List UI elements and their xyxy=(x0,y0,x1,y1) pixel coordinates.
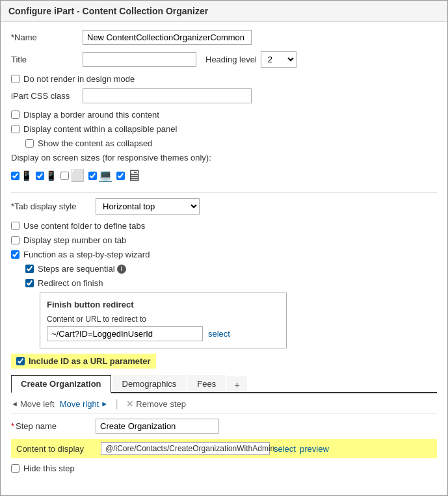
hide-step-checkbox[interactable] xyxy=(11,464,20,473)
window-title: Configure iPart - Content Collection Org… xyxy=(1,1,447,22)
content-url-label: Content or URL to redirect to xyxy=(47,315,280,324)
steps-sequential-checkbox[interactable] xyxy=(25,265,34,273)
display-border-checkbox[interactable] xyxy=(11,111,20,119)
title-label: Title xyxy=(11,55,83,64)
redirect-on-finish-checkbox[interactable] xyxy=(25,279,34,287)
wizard-section: Steps are sequential i Redirect on finis… xyxy=(25,264,437,348)
display-collapsible-checkbox[interactable] xyxy=(11,125,20,133)
use-content-folder-checkbox[interactable] xyxy=(11,222,20,230)
content-select-link[interactable]: select xyxy=(274,444,296,454)
content-preview-link[interactable]: preview xyxy=(300,444,329,454)
tab-create-organization[interactable]: Create Organization xyxy=(11,375,111,393)
steps-sequential-row: Steps are sequential i xyxy=(25,264,437,274)
tab-style-select[interactable]: Horizontal top Horizontal bottom Vertica… xyxy=(96,198,200,215)
content-display-label: Content to display xyxy=(16,444,101,454)
ipart-css-row: iPart CSS class xyxy=(11,88,437,103)
remove-step-x-icon: ✕ xyxy=(126,398,134,409)
content-display-row: Content to display @/iCore/Contacts/Crea… xyxy=(11,439,437,458)
use-content-folder-row: Use content folder to define tabs xyxy=(11,221,437,231)
steps-sequential-info-icon: i xyxy=(117,265,126,274)
display-collapsible-label: Display content within a collapsible pan… xyxy=(23,124,177,134)
show-collapsed-label: Show the content as collapsed xyxy=(38,138,152,148)
tab-add[interactable]: + xyxy=(227,376,247,392)
move-left-label: Move left xyxy=(20,399,55,409)
hide-step-row: Hide this step xyxy=(11,463,437,473)
tablet-md-icon: ⬜ xyxy=(70,168,85,183)
desktop-xl-icon: 🖥 xyxy=(126,166,142,185)
phone-xs-icon: 📱 xyxy=(21,170,32,181)
hide-step-label: Hide this step xyxy=(23,463,75,473)
screen-sizes-group: 📱 📱 ⬜ 💻 🖥 xyxy=(11,166,437,185)
screen-xs-checkbox[interactable] xyxy=(11,172,20,180)
tab-fees[interactable]: Fees xyxy=(187,375,226,392)
step-name-input[interactable] xyxy=(96,419,219,434)
step-actions: ◄ Move left Move right ► │ ✕ Remove step xyxy=(11,393,437,413)
tab-style-label: *Tab display style xyxy=(11,202,96,211)
do-not-render-row: Do not render in design mode xyxy=(11,74,437,84)
tab-demographics[interactable]: Demographics xyxy=(112,375,187,392)
display-border-row: Display a border around this content xyxy=(11,110,437,120)
display-step-number-row: Display step number on tab xyxy=(11,235,437,245)
redirect-select-link[interactable]: select xyxy=(208,329,230,339)
step-name-label: Step name xyxy=(11,421,96,431)
screen-size-sm: 📱 xyxy=(36,170,57,181)
function-wizard-checkbox[interactable] xyxy=(11,250,20,259)
heading-level-select[interactable]: 2 1 3 4 5 6 xyxy=(261,51,296,68)
show-collapsed-row: Show the content as collapsed xyxy=(25,138,437,148)
display-step-number-label: Display step number on tab xyxy=(23,235,126,245)
redirect-input-row: select xyxy=(47,326,280,341)
display-border-label: Display a border around this content xyxy=(23,110,159,120)
display-step-number-checkbox[interactable] xyxy=(11,236,20,244)
move-left-arrow-icon: ◄ xyxy=(11,400,18,408)
tabs-bar: Create Organization Demographics Fees + xyxy=(11,375,437,393)
redirect-on-finish-label: Redirect on finish xyxy=(38,278,103,288)
name-input[interactable] xyxy=(83,30,252,45)
screen-lg-checkbox[interactable] xyxy=(88,172,97,180)
screen-sizes-label: Display on screen sizes (for responsive … xyxy=(11,153,437,163)
finish-redirect-title: Finish button redirect xyxy=(47,300,280,309)
include-id-row: Include ID as a URL parameter xyxy=(11,354,156,369)
title-input[interactable] xyxy=(83,52,196,67)
screen-size-lg: 💻 xyxy=(88,168,112,183)
title-row: Title Heading level 2 1 3 4 5 6 xyxy=(11,51,437,68)
do-not-render-checkbox[interactable] xyxy=(11,75,20,83)
redirect-on-finish-row: Redirect on finish xyxy=(25,278,437,288)
ipart-css-label: iPart CSS class xyxy=(11,91,83,101)
phone-sm-icon: 📱 xyxy=(46,170,57,181)
move-right-label: Move right xyxy=(60,399,99,409)
step-name-row: Step name xyxy=(11,419,437,434)
ipart-css-input[interactable] xyxy=(83,88,252,103)
content-path-value: @/iCore/Contacts/CreateOrganizationWithA… xyxy=(101,442,270,455)
finish-redirect-box: Finish button redirect Content or URL to… xyxy=(40,293,287,348)
name-label: *Name xyxy=(11,33,83,42)
step-separator: │ xyxy=(114,399,120,409)
move-right-button[interactable]: Move right ► xyxy=(60,399,109,409)
display-collapsible-row: Display content within a collapsible pan… xyxy=(11,124,437,134)
laptop-lg-icon: 💻 xyxy=(98,168,112,183)
screen-size-xl: 🖥 xyxy=(116,166,142,185)
screen-xl-checkbox[interactable] xyxy=(116,172,125,180)
heading-level-label: Heading level xyxy=(205,55,257,64)
move-right-arrow-icon: ► xyxy=(101,400,108,408)
include-id-checkbox[interactable] xyxy=(16,357,25,365)
function-wizard-row: Function as a step-by-step wizard xyxy=(11,250,437,259)
do-not-render-label: Do not render in design mode xyxy=(23,74,135,84)
include-id-label: Include ID as a URL parameter xyxy=(29,356,151,366)
tab-style-row: *Tab display style Horizontal top Horizo… xyxy=(11,198,437,215)
screen-sm-checkbox[interactable] xyxy=(36,172,44,180)
screen-md-checkbox[interactable] xyxy=(60,172,69,180)
redirect-input[interactable] xyxy=(47,326,203,341)
configure-ipart-window: Configure iPart - Content Collection Org… xyxy=(0,0,448,496)
move-left-button[interactable]: ◄ Move left xyxy=(11,399,55,409)
screen-size-xs: 📱 xyxy=(11,170,32,181)
remove-step-label: Remove step xyxy=(136,399,186,409)
remove-step-button[interactable]: ✕ Remove step xyxy=(126,398,186,409)
function-wizard-label: Function as a step-by-step wizard xyxy=(23,250,150,259)
show-collapsed-checkbox[interactable] xyxy=(25,139,34,148)
steps-sequential-label: Steps are sequential xyxy=(38,264,115,274)
use-content-folder-label: Use content folder to define tabs xyxy=(23,221,145,231)
screen-size-md: ⬜ xyxy=(60,168,85,183)
name-row: *Name xyxy=(11,30,437,45)
